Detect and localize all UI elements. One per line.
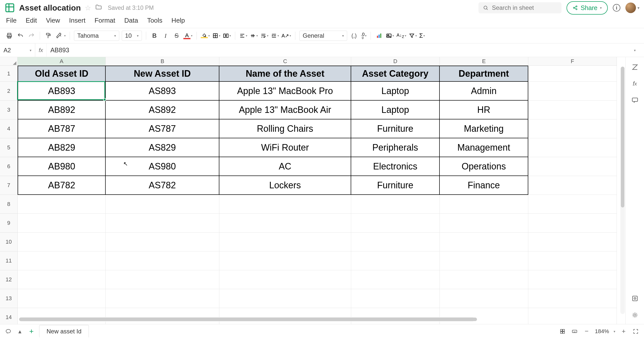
cell[interactable] bbox=[219, 233, 351, 251]
menu-file[interactable]: File bbox=[6, 17, 17, 24]
column-header[interactable]: E bbox=[440, 57, 528, 66]
cell[interactable] bbox=[528, 138, 617, 157]
cell[interactable]: AB829 bbox=[18, 138, 106, 157]
print-icon[interactable] bbox=[5, 31, 14, 40]
cell[interactable]: AS892 bbox=[106, 101, 219, 119]
row-header[interactable]: 2 bbox=[0, 82, 18, 101]
cell[interactable] bbox=[106, 195, 219, 214]
cell[interactable] bbox=[528, 176, 617, 195]
cell[interactable]: Admin bbox=[440, 82, 528, 101]
decimal-button[interactable]: .00 ▾ bbox=[361, 32, 367, 40]
cell[interactable]: AS782 bbox=[106, 176, 219, 195]
text-rotation-button[interactable]: A↗▾ bbox=[281, 33, 291, 39]
cell[interactable] bbox=[219, 214, 351, 233]
cell[interactable]: AB893 bbox=[18, 82, 106, 101]
vertical-scrollbar[interactable] bbox=[620, 67, 625, 314]
column-header[interactable]: D bbox=[351, 57, 440, 66]
select-all-corner[interactable] bbox=[0, 57, 18, 66]
cell[interactable] bbox=[440, 214, 528, 233]
search-box[interactable] bbox=[478, 2, 561, 13]
cell[interactable] bbox=[106, 214, 219, 233]
add-sheet-icon[interactable]: + bbox=[28, 328, 35, 335]
redo-icon[interactable] bbox=[27, 31, 36, 40]
cell[interactable]: Peripherals bbox=[351, 138, 440, 157]
wrap-text-button[interactable]: ▾ bbox=[260, 33, 268, 39]
comma-separator-button[interactable]: (,) bbox=[350, 31, 358, 40]
fx-panel-icon[interactable]: fx bbox=[631, 80, 639, 88]
row-header[interactable]: 4 bbox=[0, 119, 18, 138]
horizontal-scrollbar[interactable] bbox=[19, 317, 474, 322]
cell[interactable] bbox=[528, 195, 617, 214]
cell[interactable] bbox=[18, 308, 106, 324]
paint-format-icon[interactable] bbox=[44, 31, 53, 40]
cell[interactable] bbox=[18, 195, 106, 214]
row-header[interactable]: 13 bbox=[0, 289, 18, 308]
fx-label[interactable]: fx bbox=[35, 43, 47, 57]
cell[interactable] bbox=[440, 270, 528, 289]
chat-icon[interactable] bbox=[5, 328, 12, 335]
cell[interactable]: AB787 bbox=[18, 119, 106, 138]
document-title[interactable]: Asset allocation bbox=[19, 3, 81, 13]
keyboard-icon[interactable] bbox=[571, 328, 578, 335]
cell[interactable] bbox=[351, 195, 440, 214]
cell[interactable]: Furniture bbox=[351, 119, 440, 138]
row-header[interactable]: 10 bbox=[0, 233, 18, 251]
zoom-value[interactable]: 184% bbox=[595, 328, 609, 335]
number-format-select[interactable]: General▾ bbox=[299, 31, 347, 41]
cell[interactable]: AS787 bbox=[106, 119, 219, 138]
cell[interactable]: Furniture bbox=[351, 176, 440, 195]
cell[interactable] bbox=[528, 101, 617, 119]
row-header[interactable]: 6 bbox=[0, 157, 18, 176]
font-family-select[interactable]: Tahoma▾ bbox=[74, 31, 119, 41]
brightness-icon[interactable] bbox=[631, 311, 639, 319]
cell[interactable] bbox=[528, 157, 617, 176]
cell[interactable] bbox=[106, 251, 219, 270]
cell[interactable] bbox=[528, 233, 617, 251]
cell[interactable] bbox=[351, 214, 440, 233]
column-header[interactable]: A bbox=[18, 57, 106, 66]
sheets-menu-icon[interactable]: ▴ bbox=[16, 328, 24, 335]
row-header[interactable]: 3 bbox=[0, 101, 18, 119]
scrollbar-thumb[interactable] bbox=[621, 67, 624, 207]
row-header[interactable]: 5 bbox=[0, 138, 18, 157]
cell[interactable] bbox=[528, 119, 617, 138]
row-header[interactable]: 11 bbox=[0, 251, 18, 270]
cell[interactable]: Finance bbox=[440, 176, 528, 195]
fill-color-button[interactable]: ▾ bbox=[201, 33, 210, 38]
text-color-button[interactable]: A ▾ bbox=[183, 32, 192, 39]
insert-image-button[interactable]: ▾ bbox=[386, 33, 394, 39]
font-size-select[interactable]: 10▾ bbox=[122, 31, 142, 41]
cell[interactable]: Apple 13" MacBook Pro bbox=[219, 82, 351, 101]
cell[interactable]: Old Asset ID bbox=[18, 66, 106, 82]
cell[interactable]: Laptop bbox=[351, 101, 440, 119]
cell[interactable]: WiFi Router bbox=[219, 138, 351, 157]
clear-format-button[interactable]: ▾ bbox=[55, 31, 66, 40]
row-header[interactable]: 1 bbox=[0, 66, 18, 82]
cell-reference-box[interactable]: A2 ▾ bbox=[0, 43, 35, 57]
cell[interactable] bbox=[528, 289, 617, 308]
share-button[interactable]: Share ▾ bbox=[567, 1, 608, 15]
italic-button[interactable]: I bbox=[161, 31, 170, 40]
cell[interactable] bbox=[106, 270, 219, 289]
zoom-out-icon[interactable]: − bbox=[583, 328, 590, 335]
menu-insert[interactable]: Insert bbox=[69, 17, 86, 24]
row-header[interactable]: 12 bbox=[0, 270, 18, 289]
cell[interactable]: Apple 13" MacBook Air bbox=[219, 101, 351, 119]
cell[interactable]: AS893 bbox=[106, 82, 219, 101]
cell[interactable]: Operations bbox=[440, 157, 528, 176]
cell[interactable] bbox=[528, 270, 617, 289]
cell[interactable] bbox=[18, 270, 106, 289]
cell[interactable]: AB892 bbox=[18, 101, 106, 119]
cell[interactable] bbox=[18, 251, 106, 270]
zia-icon[interactable] bbox=[631, 63, 639, 71]
cell[interactable]: AB980 bbox=[18, 157, 106, 176]
row-header[interactable]: 8 bbox=[0, 195, 18, 214]
cell[interactable]: AS829 bbox=[106, 138, 219, 157]
cell[interactable] bbox=[106, 308, 219, 324]
scrollbar-thumb[interactable] bbox=[19, 318, 477, 321]
cell[interactable] bbox=[18, 214, 106, 233]
cell[interactable] bbox=[528, 82, 617, 101]
cell[interactable]: New Asset ID bbox=[106, 66, 219, 82]
menu-view[interactable]: View bbox=[46, 17, 60, 24]
cell[interactable] bbox=[219, 195, 351, 214]
